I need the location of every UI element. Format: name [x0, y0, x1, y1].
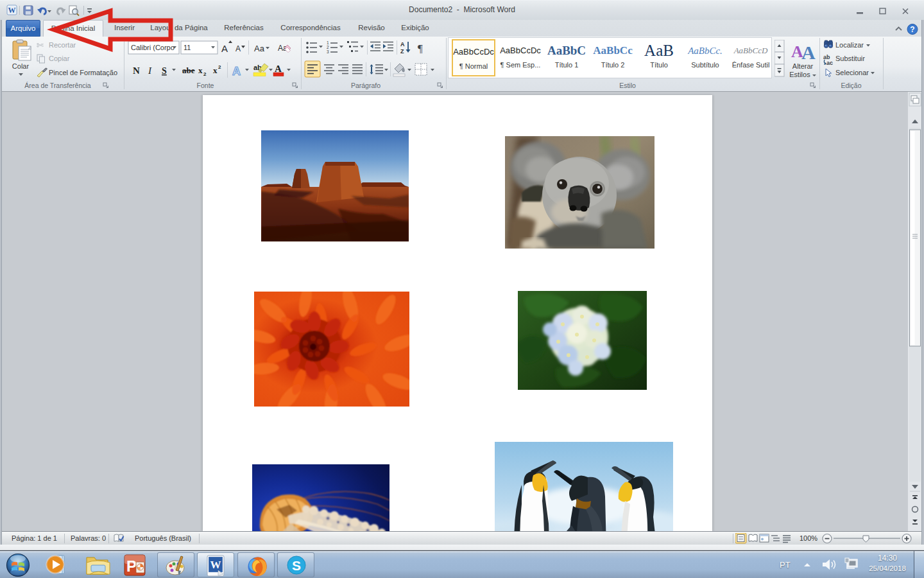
svg-text:Colar: Colar [12, 62, 30, 70]
svg-text:A: A [232, 65, 241, 78]
svg-text:Pincel de Formatação: Pincel de Formatação [49, 69, 117, 76]
svg-text:W: W [210, 559, 221, 571]
svg-text:abe: abe [182, 66, 195, 75]
svg-text:x: x [213, 66, 218, 75]
svg-text:Z: Z [400, 48, 404, 55]
svg-text:11: 11 [184, 44, 191, 51]
svg-text:Substituir: Substituir [835, 55, 865, 62]
svg-text:S: S [162, 66, 167, 76]
svg-text:2: 2 [327, 45, 329, 49]
svg-text:¶: ¶ [418, 42, 423, 55]
svg-text:2: 2 [203, 71, 207, 77]
svg-text:A: A [221, 43, 228, 54]
svg-text:1: 1 [327, 40, 329, 45]
svg-text:?: ? [910, 25, 914, 34]
svg-text:3: 3 [327, 49, 329, 54]
svg-text:Aa: Aa [254, 44, 265, 53]
svg-text:A: A [275, 64, 282, 74]
svg-text:Localizar: Localizar [835, 41, 864, 49]
svg-text:ac: ac [826, 60, 833, 66]
svg-text:I: I [148, 66, 152, 76]
svg-text:P: P [126, 557, 137, 575]
svg-text:x: x [198, 66, 203, 75]
svg-text:A: A [801, 42, 816, 61]
svg-text:S: S [292, 558, 301, 573]
svg-text:Selecionar: Selecionar [835, 69, 869, 76]
svg-text:A: A [400, 41, 405, 48]
svg-text:N: N [133, 66, 140, 76]
svg-text:A: A [235, 44, 241, 53]
svg-text:2: 2 [218, 64, 221, 70]
